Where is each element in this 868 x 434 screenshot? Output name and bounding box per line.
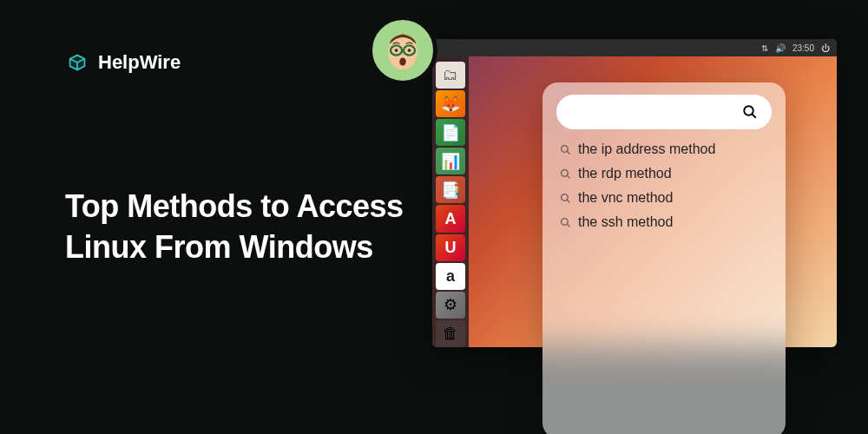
headline-line-2: Linux From Windows	[65, 227, 404, 268]
search-icon	[560, 168, 571, 180]
brand-name: HelpWire	[98, 51, 181, 74]
brand-logo: HelpWire	[65, 50, 181, 75]
suggestion-text: the ssh method	[578, 214, 673, 230]
suggestion-text: the vnc method	[578, 190, 673, 206]
suggestion-item[interactable]: the vnc method	[560, 190, 768, 206]
launcher-amazon-icon[interactable]: a	[436, 263, 465, 290]
helpwire-logo-icon	[65, 50, 89, 75]
svg-point-9	[562, 145, 569, 152]
search-input[interactable]	[556, 95, 772, 129]
suggestion-item[interactable]: the ip address method	[560, 141, 768, 157]
network-icon: ⇅	[761, 43, 768, 53]
svg-point-5	[408, 49, 411, 52]
suggestion-item[interactable]: the ssh method	[560, 214, 768, 230]
suggestion-text: the ip address method	[578, 141, 715, 157]
avatar-face-icon	[378, 26, 427, 75]
launcher-firefox-icon[interactable]: 🦊	[436, 90, 465, 117]
svg-point-6	[399, 57, 405, 65]
search-icon	[560, 144, 571, 155]
launcher-ubuntu-icon[interactable]: U	[436, 234, 465, 261]
svg-line-12	[567, 175, 569, 178]
search-panel: the ip address method the rdp method the…	[542, 82, 786, 434]
svg-point-4	[395, 49, 398, 52]
launcher-writer-icon[interactable]: 📄	[436, 119, 465, 146]
launcher-software-icon[interactable]: A	[436, 205, 465, 232]
svg-point-7	[744, 106, 753, 115]
launcher-trash-icon[interactable]: 🗑	[436, 320, 465, 347]
launcher-files-icon[interactable]: 🗂	[436, 62, 465, 89]
svg-line-14	[567, 200, 569, 202]
svg-point-11	[562, 169, 569, 176]
svg-point-13	[562, 194, 569, 201]
search-icon	[560, 193, 571, 204]
launcher-settings-icon[interactable]: ⚙	[436, 292, 465, 319]
suggestion-text: the rdp method	[578, 166, 672, 181]
volume-icon: 🔊	[775, 43, 786, 53]
svg-line-8	[752, 114, 756, 118]
search-icon	[560, 217, 571, 228]
launcher-dock: 🗂 🦊 📄 📊 📑 A U a ⚙ 🗑	[432, 56, 469, 347]
svg-line-10	[567, 151, 569, 154]
launcher-calc-icon[interactable]: 📊	[436, 148, 465, 174]
svg-point-15	[562, 218, 569, 225]
svg-line-16	[567, 224, 569, 227]
clock: 23:50	[792, 43, 814, 53]
suggestion-list: the ip address method the rdp method the…	[556, 141, 772, 230]
power-icon: ⏻	[821, 43, 830, 53]
page-title: Top Methods to Access Linux From Windows	[65, 187, 404, 268]
launcher-impress-icon[interactable]: 📑	[436, 176, 465, 203]
desktop-top-bar: ⇅ 🔊 23:50 ⏻	[432, 39, 837, 56]
suggestion-item[interactable]: the rdp method	[560, 166, 768, 181]
search-icon	[742, 104, 758, 120]
avatar	[368, 16, 437, 85]
headline-line-1: Top Methods to Access	[65, 187, 404, 227]
